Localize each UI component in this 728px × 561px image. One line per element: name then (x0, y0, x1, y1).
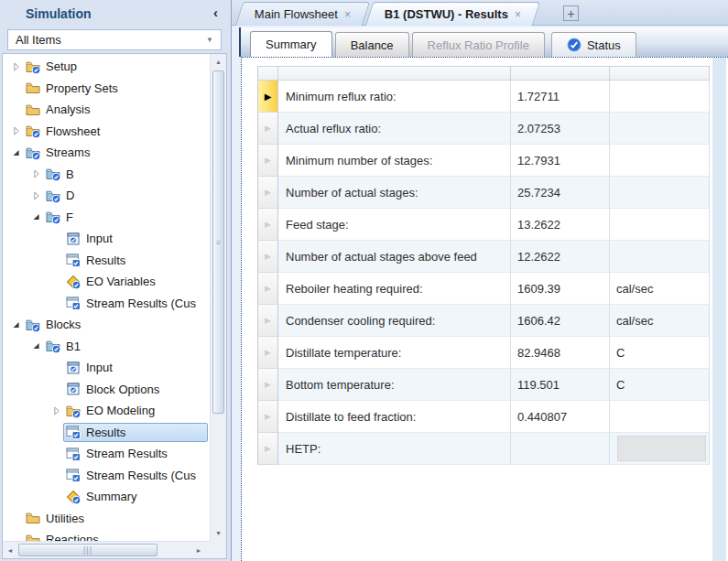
tree-item-body[interactable]: Streams (23, 143, 208, 162)
result-unit-cell[interactable] (610, 177, 710, 209)
result-value-cell[interactable]: 13.2622 (511, 209, 610, 241)
tree-expander-expanded-icon[interactable] (30, 340, 43, 352)
tree-expander-expanded-icon[interactable] (10, 146, 23, 159)
tree-item-stream-results[interactable]: Stream Results (3, 443, 210, 465)
close-icon[interactable]: × (344, 8, 351, 21)
collapse-pane-icon[interactable]: ‹ (213, 5, 218, 20)
result-value-cell[interactable]: 12.7931 (511, 145, 610, 177)
row-selector[interactable]: ▶ (257, 433, 278, 465)
tree-item-body[interactable]: Stream Results (63, 444, 208, 463)
tree-item-analysis[interactable]: Analysis (3, 99, 210, 121)
row-selector[interactable]: ▶ (257, 177, 278, 209)
tree-item-body[interactable]: Flowsheet (23, 122, 208, 141)
new-tab-button[interactable]: + (563, 5, 579, 21)
tree-expander-collapsed-icon[interactable] (30, 167, 43, 180)
result-value-cell[interactable] (511, 433, 610, 465)
tree-horizontal-scrollbar[interactable]: ◄ ||| ► (3, 541, 210, 558)
tree-item-reactions[interactable]: Reactions (3, 529, 210, 541)
tree-item-body[interactable]: Utilities (23, 509, 208, 528)
row-selector-selected[interactable]: ▶ (257, 81, 278, 113)
row-selector[interactable]: ▶ (257, 113, 278, 145)
row-selector[interactable]: ▶ (257, 209, 278, 241)
result-unit-cell[interactable] (610, 209, 710, 241)
result-value-cell[interactable]: 2.07253 (511, 113, 610, 145)
tree-item-body[interactable]: Stream Results (Cus (63, 466, 208, 485)
tree-item-input[interactable]: Input (3, 228, 210, 250)
tree-item-eo-variables[interactable]: EO Variables (3, 271, 210, 293)
tree-item-body[interactable]: B (43, 165, 208, 184)
tree-item-body[interactable]: F (43, 208, 208, 227)
tree-expander-collapsed-icon[interactable] (50, 405, 63, 417)
result-value-cell[interactable]: 119.501 (511, 369, 610, 401)
document-tab-b1-dstwu-results[interactable]: B1 (DSTWU) - Results× (365, 2, 541, 26)
tree-item-body[interactable]: Block Options (63, 380, 208, 399)
row-selector[interactable]: ▶ (257, 145, 278, 177)
row-selector[interactable]: ▶ (257, 273, 278, 305)
tree-item-body[interactable]: Input (63, 358, 208, 377)
tree-item-body[interactable]: Reactions (23, 530, 208, 541)
tree-item-body[interactable]: Input (63, 229, 208, 248)
tree-item-results[interactable]: Results (3, 422, 210, 444)
result-value-cell[interactable]: 82.9468 (511, 337, 610, 369)
result-value-cell[interactable]: 1606.42 (511, 305, 610, 337)
tree-expander-collapsed-icon[interactable] (10, 124, 23, 137)
tree-item-stream-results-cus[interactable]: Stream Results (Cus (3, 293, 210, 315)
tree-item-body[interactable]: Results (63, 251, 208, 270)
tree-expander-collapsed-icon[interactable] (30, 189, 43, 202)
tree-item-summary[interactable]: Summary (3, 486, 210, 508)
tree-item-d[interactable]: D (3, 185, 210, 207)
tree-item-b[interactable]: B (3, 164, 210, 186)
tree-item-flowsheet[interactable]: Flowsheet (3, 121, 210, 143)
tree-item-body[interactable]: Stream Results (Cus (63, 294, 208, 313)
tree-item-input[interactable]: Input (3, 357, 210, 379)
tree-item-body[interactable]: B1 (43, 337, 208, 356)
tree-item-stream-results-cus[interactable]: Stream Results (Cus (3, 465, 210, 487)
scroll-right-icon[interactable]: ► (191, 542, 206, 558)
document-tab-main-flowsheet[interactable]: Main Flowsheet× (235, 2, 371, 26)
result-value-cell[interactable]: 1609.39 (511, 273, 610, 305)
tree-item-body[interactable]: Summary (63, 487, 208, 506)
result-unit-cell[interactable]: cal/sec (610, 305, 710, 337)
result-unit-cell[interactable] (610, 401, 710, 433)
tree-item-body[interactable]: D (43, 186, 208, 205)
tree-expander-collapsed-icon[interactable] (10, 60, 23, 73)
tree-item-streams[interactable]: Streams (3, 142, 210, 164)
tree-item-f[interactable]: F (3, 207, 210, 229)
horizontal-scrollbar-thumb[interactable]: ||| (18, 544, 158, 556)
result-value-cell[interactable]: 1.72711 (511, 81, 610, 113)
result-unit-cell[interactable] (610, 433, 710, 465)
tree-expander-expanded-icon[interactable] (10, 318, 23, 331)
tree-item-body[interactable]: Blocks (23, 315, 208, 334)
tree-item-body[interactable]: EO Modeling (63, 401, 208, 420)
tree-item-blocks[interactable]: Blocks (3, 314, 210, 336)
row-selector[interactable]: ▶ (257, 241, 278, 273)
tree-item-body[interactable]: EO Variables (63, 272, 208, 291)
tree-item-block-options[interactable]: Block Options (3, 379, 210, 401)
tree-item-property-sets[interactable]: Property Sets (3, 78, 210, 100)
scroll-left-icon[interactable]: ◄ (3, 542, 17, 558)
row-selector[interactable]: ▶ (257, 401, 278, 433)
tree-item-eo-modeling[interactable]: EO Modeling (3, 400, 210, 422)
result-value-cell[interactable]: 0.440807 (511, 401, 610, 433)
tree-item-results[interactable]: Results (3, 250, 210, 272)
vertical-scrollbar-thumb[interactable]: ≡ (212, 70, 224, 414)
result-value-cell[interactable]: 25.7234 (511, 177, 610, 209)
tree-item-b1[interactable]: B1 (3, 336, 210, 358)
row-selector[interactable]: ▶ (257, 369, 278, 401)
scroll-down-icon[interactable]: ▼ (211, 525, 226, 541)
result-unit-cell[interactable] (610, 113, 710, 145)
close-icon[interactable]: × (515, 8, 521, 21)
tree-item-body[interactable]: Setup (23, 57, 208, 76)
tab-summary[interactable]: Summary (250, 31, 332, 57)
scroll-up-icon[interactable]: ▲ (211, 54, 226, 70)
tab-status[interactable]: Status (551, 32, 636, 57)
tree-item-body[interactable]: Property Sets (23, 79, 208, 98)
row-selector[interactable]: ▶ (257, 305, 278, 337)
result-unit-cell[interactable]: cal/sec (610, 273, 710, 305)
result-unit-cell[interactable] (610, 145, 710, 177)
result-unit-cell[interactable] (610, 81, 710, 113)
tree-item-body-selected[interactable]: Results (63, 423, 208, 442)
tree-expander-expanded-icon[interactable] (30, 210, 43, 223)
result-unit-cell[interactable]: C (610, 337, 710, 369)
tree-item-utilities[interactable]: Utilities (3, 508, 210, 530)
